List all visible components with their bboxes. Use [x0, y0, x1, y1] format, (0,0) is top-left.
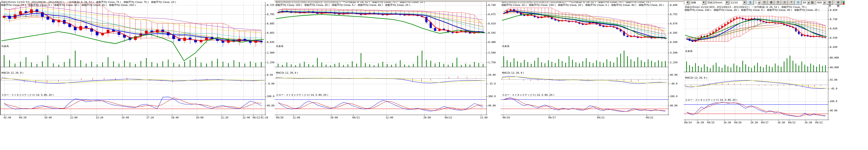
y-tick-label: 8,755: [670, 13, 677, 16]
period-week-button[interactable]: 週: [768, 0, 774, 5]
bar-type-button[interactable]: 足: [747, 0, 753, 5]
x-tick-label: 16:30: [696, 121, 704, 124]
x-tick-label: 12:00: [480, 116, 488, 119]
y-tick-label: 40,000: [830, 66, 839, 69]
period-day-button[interactable]: 日: [761, 0, 768, 5]
bar-count-value: 600: [817, 1, 822, 4]
y-tick-label: 40.00: [670, 73, 677, 77]
period-tick-button[interactable]: T: [788, 0, 795, 5]
dropdown-arrow-icon[interactable]: ▼: [742, 1, 746, 4]
x-tick-label: 14:40: [122, 116, 129, 119]
spinner-icon[interactable]: ◢: [757, 1, 760, 4]
chart-plot-area[interactable]: [275, 0, 488, 121]
macd-section-label: MACD( 12, 26, 9 ): [502, 71, 524, 74]
y-tick-label: 8,500: [670, 41, 677, 43]
minute-value-spinner[interactable]: 60◢: [802, 0, 810, 5]
x-tick-label: 16:30: [750, 121, 758, 124]
x-tick-label: 16:30: [723, 121, 731, 124]
stoch-section-label: スロー・ストキャスティクス( 14, 3, 80, 20 ): [1, 93, 54, 97]
macd-section-label: MACD( 12, 26, 9 ): [1, 71, 24, 74]
chart-panel-30min: 日経225mini 11/10( 30分, 2011/09/13 - 2011/…: [501, 0, 684, 150]
x-tick-label: 01:20: [260, 116, 268, 119]
spinner-icon[interactable]: ◢: [823, 1, 826, 4]
chart-toolbar: ▼ 先物▼ 日経225mini▼ 11/10▼ 足 1◢ 日 週 月 分 T 分…: [684, 0, 845, 5]
y-tick-label: 80,000: [830, 56, 839, 59]
volume-section-label: 出来高: [1, 44, 9, 48]
x-tick-label: 12:00: [292, 116, 300, 119]
clipped-toolbar-strip: [275, 0, 501, 2]
y-tick-label: 8,670: [670, 22, 677, 25]
dropdown-arrow-icon[interactable]: ▼: [725, 1, 729, 4]
y-tick-label: 8,740: [488, 4, 496, 6]
stoch-section-label: スロー・ストキャスティクス( 14, 3, 80, 20 ): [685, 98, 737, 102]
y-tick-label: 8.50: [267, 73, 273, 77]
y-tick-label: 8,665: [267, 31, 274, 34]
y-tick-label: 100.0: [830, 100, 837, 103]
tick-count-spinner[interactable]: 1◢: [754, 0, 761, 5]
x-tick-label: 16:30: [805, 121, 812, 124]
x-tick-label: 16:30: [777, 121, 785, 124]
x-tick-label: 21:20: [221, 116, 228, 119]
y-tick-label: 1,150: [267, 61, 274, 64]
spinner-icon[interactable]: ◢: [807, 1, 810, 4]
minute-mode-button[interactable]: 分: [795, 0, 801, 5]
y-tick-label: 8,830: [830, 8, 837, 11]
y-tick-label: 40.00: [830, 109, 837, 112]
y-tick-label: -15.0: [488, 82, 496, 85]
y-tick-label: 8,840: [670, 4, 677, 6]
multi-chart-button[interactable]: 複数: [835, 0, 841, 5]
clipped-toolbar-strip: [501, 0, 684, 2]
period-month-button[interactable]: 月: [775, 0, 781, 5]
x-tick-label: 09/22: [646, 116, 653, 119]
volume-section-label: 出来高: [502, 44, 509, 48]
x-tick-label: 20:00: [424, 116, 431, 119]
y-tick-label: 1,750: [488, 61, 496, 64]
x-tick-label: 09/16: [502, 116, 510, 119]
x-tick-label: 02:40: [4, 116, 11, 119]
y-tick-label: 100.0: [670, 95, 677, 98]
hidden-combo[interactable]: ▼: [684, 0, 689, 5]
x-tick-label: 09/17: [761, 121, 768, 124]
instrument-type-combo[interactable]: 先物▼: [690, 0, 706, 5]
y-tick-label: 4,500: [670, 51, 677, 54]
y-tick-label: 8,430: [830, 46, 837, 49]
tick-count-value: 1: [755, 1, 757, 4]
bar-count-spinner[interactable]: 600◢: [816, 0, 826, 5]
x-tick-label: 12:00: [70, 116, 78, 119]
y-tick-label: 8,630: [830, 27, 837, 30]
x-tick-label: 20:00: [330, 116, 338, 119]
macd-section-label: MACD( 12, 26, 9 ): [276, 71, 298, 74]
chart-panel-15min: 日経225mini 11/10( 15分, 2011/09/13 - 2011/…: [275, 0, 501, 150]
apply-button[interactable]: 適用: [827, 0, 833, 5]
y-tick-label: 100.0: [488, 95, 496, 98]
chart-plot-area[interactable]: [684, 0, 830, 126]
x-tick-label: 09/15: [707, 121, 714, 124]
x-tick-label: 09/22: [444, 116, 452, 119]
y-tick-label: 8,645: [267, 41, 274, 43]
x-tick-label: 12:00: [386, 116, 393, 119]
dropdown-arrow-icon[interactable]: ▼: [686, 1, 689, 4]
y-tick-label: 55.00: [830, 79, 837, 81]
instrument-combo[interactable]: 日経225mini▼: [707, 0, 729, 5]
dropdown-arrow-icon[interactable]: ▼: [702, 1, 706, 4]
y-tick-label: 10.00: [488, 73, 496, 77]
chart-plot-area[interactable]: [0, 0, 267, 121]
candle-style-icon: [843, 1, 844, 5]
y-tick-label: 2,250: [670, 61, 677, 64]
y-tick-label: 8,685: [267, 22, 274, 25]
x-tick-label: 09/21: [788, 121, 796, 124]
y-tick-label: -6.00: [267, 82, 274, 85]
x-tick-label: 22:40: [243, 116, 250, 119]
y-tick-label: 8,585: [670, 31, 677, 34]
x-tick-label: 09:20: [19, 116, 26, 119]
y-tick-label: 2,900: [267, 51, 274, 54]
y-tick-label: 8,480: [488, 41, 496, 43]
x-tick-label: 09/17: [548, 116, 556, 119]
y-tick-label: 3,500: [488, 51, 496, 54]
chart-panel-60min: ▼ 先物▼ 日経225mini▼ 11/10▼ 足 1◢ 日 週 月 分 T 分…: [684, 0, 868, 150]
chart-plot-area[interactable]: [501, 0, 670, 121]
contract-month-combo[interactable]: 11/10▼: [730, 0, 747, 5]
period-minute-button[interactable]: 分: [781, 0, 788, 5]
y-tick-label: 8,725: [267, 4, 274, 6]
instrument-value: 日経225mini: [708, 1, 722, 4]
